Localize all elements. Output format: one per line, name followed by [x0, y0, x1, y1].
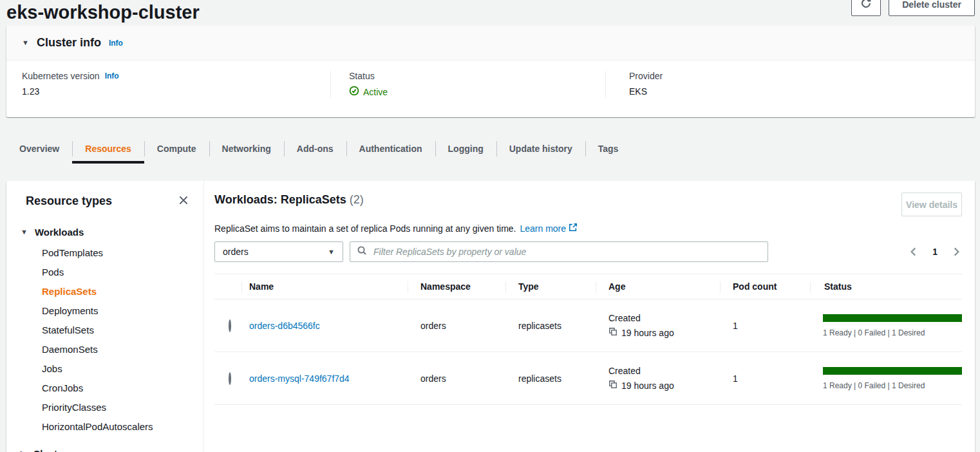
column-header-namespace: Namespace [408, 274, 505, 299]
chevron-right-icon: ▶ [21, 450, 26, 452]
tab-update-history[interactable]: Update history [496, 134, 585, 164]
sidebar-item-priorityclasses[interactable]: PriorityClasses [42, 397, 191, 417]
check-circle-icon [349, 86, 359, 98]
status-value: Active [363, 87, 388, 97]
status-cell: 1 Ready | 0 Failed | 1 Desired [810, 367, 962, 390]
copy-icon[interactable] [608, 380, 617, 391]
namespace-filter-dropdown[interactable]: orders ▼ [214, 241, 343, 262]
resource-types-sidebar: Resource types ▼ Workloads PodTemplates … [6, 181, 204, 452]
status-field: Status Active [330, 71, 605, 98]
pagination: 1 [908, 246, 962, 258]
table-row: orders-mysql-749f67f7d4 orders replicase… [214, 352, 962, 405]
chevron-down-icon: ▼ [21, 229, 28, 236]
status-progress-bar [823, 367, 962, 375]
namespace-cell: orders [408, 321, 505, 331]
namespace-cell: orders [408, 373, 505, 384]
kubernetes-version-value: 1.23 [22, 86, 315, 97]
row-radio-button[interactable] [229, 319, 231, 332]
tab-logging[interactable]: Logging [435, 134, 496, 164]
panel-count: (2) [350, 193, 364, 206]
provider-field: Provider EKS [605, 71, 975, 98]
status-text: 1 Ready | 0 Failed | 1 Desired [823, 328, 962, 337]
close-sidebar-button[interactable] [176, 194, 191, 208]
panel-title-text: Workloads: ReplicaSets [214, 193, 346, 206]
page-header: eks-workshop-cluster Delete cluster [6, 0, 975, 19]
replicasets-main: Workloads: ReplicaSets (2) View details … [204, 181, 975, 452]
pagination-next-button[interactable] [950, 246, 962, 258]
sidebar-item-jobs[interactable]: Jobs [42, 359, 191, 378]
column-header-type: Type [505, 274, 596, 299]
sidebar-item-replicasets[interactable]: ReplicaSets [42, 281, 191, 301]
pod-count-cell: 1 [720, 373, 810, 384]
provider-value: EKS [629, 86, 959, 97]
panel-title: Workloads: ReplicaSets (2) [214, 193, 364, 207]
column-header-status: Status [810, 274, 962, 299]
delete-cluster-button[interactable]: Delete cluster [889, 0, 975, 16]
cluster-info-card: ▼ Cluster info Info Kubernetes version I… [6, 26, 975, 117]
pagination-prev-button[interactable] [908, 246, 919, 258]
age-cell: Created 19 hours ago [596, 313, 720, 338]
table-row: orders-d6b4566fc orders replicasets Crea… [214, 299, 962, 352]
cluster-info-header[interactable]: ▼ Cluster info Info [6, 26, 975, 61]
sidebar-group-cluster[interactable]: ▶ Cluster [19, 446, 191, 452]
close-icon [178, 194, 189, 208]
age-label: Created [608, 366, 720, 376]
cluster-info-info-link[interactable]: Info [109, 39, 123, 48]
panel-description: ReplicaSet aims to maintain a set of rep… [214, 223, 962, 234]
pagination-current-page[interactable]: 1 [932, 247, 938, 257]
row-radio-button[interactable] [229, 372, 231, 385]
search-icon [357, 245, 367, 258]
status-cell: 1 Ready | 0 Failed | 1 Desired [810, 314, 962, 337]
sidebar-item-horizontalpodautoscalers[interactable]: HorizontalPodAutoscalers [42, 417, 191, 436]
tab-resources[interactable]: Resources [72, 134, 144, 164]
view-details-button[interactable]: View details [901, 193, 962, 216]
tab-bar: Overview Resources Compute Networking Ad… [6, 134, 975, 164]
chevron-down-icon: ▼ [22, 39, 29, 46]
search-box [350, 241, 768, 262]
header-actions: Delete cluster [851, 0, 975, 16]
page-title: eks-workshop-cluster [6, 2, 200, 23]
sidebar-item-daemonsets[interactable]: DaemonSets [42, 339, 191, 359]
select-column-header [214, 274, 241, 299]
kubernetes-version-label: Kubernetes version [22, 71, 100, 81]
learn-more-link[interactable]: Learn more [520, 223, 578, 234]
refresh-button[interactable] [851, 0, 881, 16]
sidebar-item-deployments[interactable]: Deployments [42, 301, 191, 320]
tab-tags[interactable]: Tags [585, 134, 632, 164]
cluster-info-title: Cluster info [37, 36, 101, 50]
tab-networking[interactable]: Networking [209, 134, 284, 164]
sidebar-items: PodTemplates Pods ReplicaSets Deployment… [19, 243, 191, 436]
pod-count-cell: 1 [720, 321, 810, 331]
dropdown-value: orders [223, 247, 249, 257]
replicaset-name-link[interactable]: orders-mysql-749f67f7d4 [249, 373, 350, 384]
replicaset-name-link[interactable]: orders-d6b4566fc [249, 321, 320, 331]
tab-compute[interactable]: Compute [144, 134, 209, 164]
tab-overview[interactable]: Overview [6, 134, 72, 164]
sidebar-item-podtemplates[interactable]: PodTemplates [42, 243, 191, 262]
age-value: 19 hours ago [621, 381, 674, 391]
learn-more-text: Learn more [520, 223, 566, 234]
sidebar-item-statefulsets[interactable]: StatefulSets [42, 320, 191, 339]
age-value: 19 hours ago [621, 328, 674, 338]
column-header-name: Name [241, 274, 408, 299]
sidebar-item-pods[interactable]: Pods [42, 262, 191, 281]
tab-authentication[interactable]: Authentication [346, 134, 435, 164]
external-link-icon [569, 223, 578, 234]
status-progress-bar [823, 314, 962, 322]
resources-panel: Resource types ▼ Workloads PodTemplates … [6, 181, 975, 452]
status-badge: Active [349, 86, 590, 98]
copy-icon[interactable] [608, 327, 617, 338]
table-header-row: Name Namespace Type Age Pod count Status [214, 274, 962, 299]
status-text: 1 Ready | 0 Failed | 1 Desired [823, 381, 962, 390]
replicasets-table: Name Namespace Type Age Pod count Status… [214, 274, 962, 405]
tab-add-ons[interactable]: Add-ons [284, 134, 346, 164]
provider-label: Provider [629, 71, 663, 81]
sidebar-group-label: Workloads [35, 227, 84, 238]
age-label: Created [608, 313, 720, 323]
sidebar-group-workloads[interactable]: ▼ Workloads [19, 225, 191, 239]
kubernetes-version-info-link[interactable]: Info [105, 71, 119, 80]
search-input[interactable] [372, 246, 761, 258]
sidebar-title: Resource types [26, 194, 112, 208]
filter-row: orders ▼ 1 [214, 241, 962, 262]
sidebar-item-cronjobs[interactable]: CronJobs [42, 378, 191, 397]
